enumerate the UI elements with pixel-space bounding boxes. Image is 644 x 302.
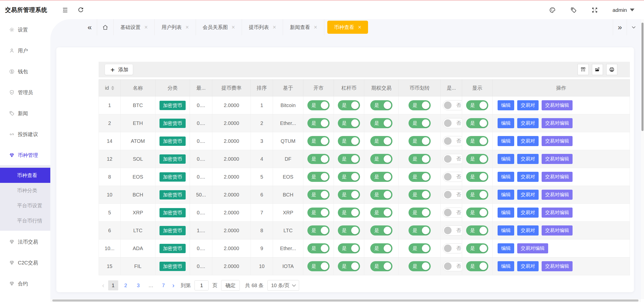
sidebar-subitem-平台币行情[interactable]: 平台币行情 xyxy=(0,213,50,228)
edit-button[interactable]: 编辑 xyxy=(498,172,514,182)
coin-transfer-toggle[interactable]: 是 xyxy=(409,190,431,200)
open-market-toggle[interactable]: 是 xyxy=(307,136,330,146)
coin-transfer-toggle[interactable]: 是 xyxy=(409,243,431,253)
recommend-toggle[interactable]: 否 xyxy=(443,172,462,182)
open-market-toggle[interactable]: 是 xyxy=(307,261,330,271)
coin-transfer-toggle[interactable]: 是 xyxy=(409,208,431,218)
leverage-coin-toggle[interactable]: 是 xyxy=(338,208,360,218)
leverage-coin-toggle[interactable]: 是 xyxy=(338,136,360,146)
horizontal-scrollbar-thumb[interactable] xyxy=(52,299,638,301)
show-toggle[interactable]: 是 xyxy=(466,208,488,218)
leverage-coin-toggle[interactable]: 是 xyxy=(338,118,360,128)
pair-edit-button[interactable]: 交易对编辑 xyxy=(542,136,573,146)
sort-icon[interactable] xyxy=(111,86,114,90)
close-icon[interactable]: × xyxy=(232,24,235,30)
next-page-button[interactable]: › xyxy=(172,282,175,289)
coin-transfer-toggle[interactable]: 是 xyxy=(409,261,431,271)
pair-button[interactable]: 交易对 xyxy=(517,208,539,218)
fullscreen-icon[interactable] xyxy=(591,7,598,13)
pair-edit-button[interactable]: 交易对编辑 xyxy=(542,172,573,182)
open-market-toggle[interactable]: 是 xyxy=(307,118,330,128)
pair-button[interactable]: 交易对 xyxy=(517,154,539,164)
open-market-toggle[interactable]: 是 xyxy=(307,154,330,164)
tab-币种查看[interactable]: 币种查看× xyxy=(327,21,368,34)
recommend-toggle[interactable]: 否 xyxy=(443,190,462,200)
sidebar-subitem-平台币设置[interactable]: 平台币设置 xyxy=(0,198,50,213)
open-market-toggle[interactable]: 是 xyxy=(307,243,330,253)
leverage-coin-toggle[interactable]: 是 xyxy=(338,100,360,110)
per-page-select[interactable]: 10 条/页 xyxy=(267,280,299,291)
goto-page-input[interactable] xyxy=(194,280,209,290)
close-icon[interactable]: × xyxy=(185,24,189,30)
coin-transfer-toggle[interactable]: 是 xyxy=(409,136,431,146)
leverage-coin-toggle[interactable]: 是 xyxy=(338,172,360,182)
page-button-3[interactable]: 3 xyxy=(133,280,143,290)
collapse-sidebar-icon[interactable] xyxy=(62,7,68,13)
coin-transfer-toggle[interactable]: 是 xyxy=(409,154,431,164)
tab-用户列表[interactable]: 用户列表× xyxy=(155,19,196,35)
pair-edit-button[interactable]: 交易对编辑 xyxy=(542,118,573,128)
pair-edit-button[interactable]: 交易对编辑 xyxy=(542,208,573,218)
option-trade-toggle[interactable]: 是 xyxy=(370,118,392,128)
edit-button[interactable]: 编辑 xyxy=(498,261,514,271)
pair-button[interactable]: 交易对 xyxy=(517,118,539,128)
tag-icon[interactable] xyxy=(570,7,577,13)
option-trade-toggle[interactable]: 是 xyxy=(370,243,392,253)
show-toggle[interactable]: 是 xyxy=(466,261,488,271)
pair-button[interactable]: 交易对 xyxy=(517,190,539,200)
edit-button[interactable]: 编辑 xyxy=(498,225,514,236)
close-icon[interactable]: × xyxy=(358,24,361,30)
leverage-coin-toggle[interactable]: 是 xyxy=(338,154,360,164)
open-market-toggle[interactable]: 是 xyxy=(307,190,330,200)
sidebar-item-C2C交易[interactable]: C2C交易 xyxy=(0,256,50,270)
open-market-toggle[interactable]: 是 xyxy=(307,208,330,218)
close-icon[interactable]: × xyxy=(144,24,148,30)
open-market-toggle[interactable]: 是 xyxy=(307,172,330,182)
confirm-button[interactable]: 确定 xyxy=(221,280,240,291)
page-button-1[interactable]: 1 xyxy=(108,280,118,290)
sidebar-item-设置[interactable]: 设置 xyxy=(0,23,50,37)
columns-filter-button[interactable] xyxy=(578,64,589,75)
tabs-scroll-right-button[interactable]: » xyxy=(613,19,627,35)
sidebar-item-合约[interactable]: 合约 xyxy=(0,277,50,291)
open-market-toggle[interactable]: 是 xyxy=(307,100,330,110)
sidebar-item-用户[interactable]: 用户 xyxy=(0,44,50,58)
print-button[interactable] xyxy=(606,64,617,75)
vertical-scrollbar-thumb[interactable] xyxy=(641,23,643,131)
edit-button[interactable]: 编辑 xyxy=(498,208,514,218)
recommend-toggle[interactable]: 否 xyxy=(443,225,462,236)
sidebar-subitem-币种查看[interactable]: 币种查看 xyxy=(0,168,50,183)
palette-icon[interactable] xyxy=(549,7,556,13)
close-icon[interactable]: × xyxy=(273,24,276,30)
sidebar-item-投拆建议[interactable]: 投拆建议 xyxy=(0,127,50,141)
show-toggle[interactable]: 是 xyxy=(466,136,488,146)
page-button-2[interactable]: 2 xyxy=(121,280,131,290)
option-trade-toggle[interactable]: 是 xyxy=(370,154,392,164)
user-menu[interactable]: admin xyxy=(613,7,634,13)
leverage-coin-toggle[interactable]: 是 xyxy=(338,225,360,236)
show-toggle[interactable]: 是 xyxy=(466,190,488,200)
sidebar-item-管理员[interactable]: 管理员 xyxy=(0,85,50,99)
edit-button[interactable]: 编辑 xyxy=(498,136,514,146)
sidebar-item-币种管理[interactable]: 币种管理 xyxy=(0,148,50,162)
add-button[interactable]: ＋ 添加 xyxy=(105,64,133,75)
recommend-toggle[interactable]: 否 xyxy=(443,136,462,146)
home-tab-button[interactable] xyxy=(97,19,114,35)
option-trade-toggle[interactable]: 是 xyxy=(370,100,392,110)
option-trade-toggle[interactable]: 是 xyxy=(370,261,392,271)
option-trade-toggle[interactable]: 是 xyxy=(370,190,392,200)
option-trade-toggle[interactable]: 是 xyxy=(370,208,392,218)
tab-会员关系图[interactable]: 会员关系图× xyxy=(196,19,242,35)
close-icon[interactable]: × xyxy=(314,24,317,30)
edit-button[interactable]: 编辑 xyxy=(498,190,514,200)
pair-button[interactable]: 交易对 xyxy=(517,225,539,236)
show-toggle[interactable]: 是 xyxy=(466,154,488,164)
tab-基础设置[interactable]: 基础设置× xyxy=(114,19,155,35)
pair-edit-button[interactable]: 交易对编辑 xyxy=(542,261,573,271)
coin-transfer-toggle[interactable]: 是 xyxy=(409,118,431,128)
pair-button[interactable]: 交易对 xyxy=(517,100,539,110)
sidebar-item-法币交易[interactable]: 法币交易 xyxy=(0,235,50,249)
leverage-coin-toggle[interactable]: 是 xyxy=(338,190,360,200)
pair-edit-button[interactable]: 交易对编辑 xyxy=(542,100,573,110)
coin-transfer-toggle[interactable]: 是 xyxy=(409,172,431,182)
